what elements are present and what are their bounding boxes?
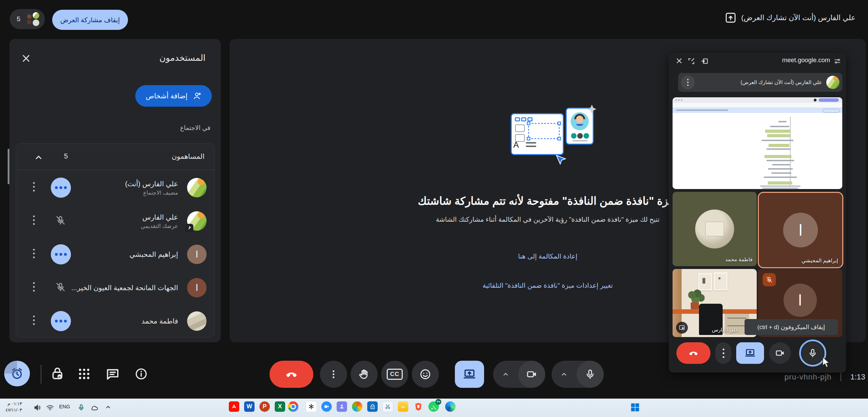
present-button-active[interactable] [455,361,484,388]
edge-icon[interactable] [444,400,457,413]
expand-pip-icon[interactable] [688,57,695,65]
divider [41,365,41,384]
meeting-code: pru-vhnh-pjh [785,373,832,382]
language-indicator[interactable]: ENG [59,404,70,409]
pip-self-row[interactable]: علي الفارس (أنت الآن تشارك العرض) [678,73,842,92]
volume-icon[interactable] [33,403,42,412]
timer-button[interactable] [4,361,30,386]
raise-hand-button[interactable] [351,361,378,388]
avatar [826,76,839,89]
copilot-icon[interactable] [351,400,363,413]
pip-leave-call-button[interactable] [676,342,710,364]
participant-row[interactable]: الجهات المانحة لجمعية العيون الخير... ا [16,271,214,304]
contributors-header[interactable]: المساهمون 5 [16,144,214,170]
more-options-button[interactable] [320,361,347,388]
mic-control[interactable] [552,361,604,388]
video-tile-fatima[interactable]: فاطمة محمد [673,192,757,266]
tray-mic-icon[interactable] [77,403,85,411]
clock-time: 1:13 [850,373,865,382]
chatgpt-icon[interactable] [305,400,318,413]
chrome-icon[interactable] [287,400,299,413]
camera-icon[interactable] [518,361,545,388]
speaking-indicator [51,178,71,198]
mic-options-chevron-icon[interactable] [552,370,577,378]
avatar: ا [187,278,207,297]
camera-options-chevron-icon[interactable] [493,370,518,378]
participant-menu-kebab-icon[interactable] [31,215,36,225]
pip-mic-button[interactable] [802,342,824,364]
tile-name: علي الفارس [712,327,739,333]
file-explorer-icon[interactable] [397,400,409,413]
avatar [187,311,207,331]
kebab-menu-icon[interactable] [681,75,695,89]
back-to-tab-icon[interactable] [701,57,708,65]
presenting-icon [725,12,737,24]
apps-grid-icon[interactable] [77,367,91,381]
avatar-letter: ا [783,284,817,317]
add-people-button[interactable]: إضافة أشخاص [135,85,212,107]
snipping-tool-icon[interactable] [381,400,394,413]
tile-name: إبراهيم المحبشي [802,257,838,264]
acrobat-icon[interactable] [228,400,240,413]
participant-name: فاطمة محمد [142,317,178,325]
tray-date: ٤٧/١١/٠٣ [6,407,22,413]
shared-screen-tile[interactable] [673,97,842,189]
microsoft-store-icon[interactable] [366,400,379,413]
participant-row[interactable]: علي الفارس (أنت)مضيف الاجتماع [16,171,214,204]
tune-settings-icon[interactable] [834,57,841,65]
brave-icon[interactable] [412,400,425,413]
participant-subtitle: عرضك التقديمي [140,223,178,229]
mic-off-badge-icon [763,273,776,286]
chat-icon[interactable] [105,366,120,382]
close-panel-icon[interactable] [21,54,31,63]
teams-icon[interactable] [336,400,348,413]
speaking-indicator [51,244,71,264]
pip-present-button-active[interactable] [736,342,764,364]
participant-row[interactable]: علي الفارسعرضك التقديمي [16,204,214,238]
stop-sharing-button[interactable]: إيقاف مشاركة العرض [52,10,128,30]
exit-pip-icon[interactable] [676,322,688,334]
whatsapp-icon[interactable]: ٣٩ [427,400,440,413]
participant-row[interactable]: فاطمة محمد [16,304,214,338]
participant-menu-kebab-icon[interactable] [31,182,36,191]
mic-icon[interactable] [577,361,604,388]
participants-count-pill[interactable]: 5 [10,9,45,29]
tray-chevron-icon[interactable] [104,403,112,411]
tray-clock[interactable]: ٠١:١٣ م ٤٧/١١/٠٣ [6,401,22,413]
word-icon[interactable]: W [243,400,256,413]
pip-more-options-button[interactable] [715,342,731,364]
video-tile-ali[interactable]: علي الفارس [673,269,757,337]
chevron-up-icon[interactable] [34,153,43,162]
info-icon[interactable] [134,367,148,381]
captions-button[interactable]: CC [381,361,408,388]
whatsapp-badge: ٣٩ [435,399,441,405]
avatar-letter: ا [187,278,207,297]
mic-tooltip: إيقاف الميكروفون (ctrl + d) [745,319,838,335]
leave-call-button[interactable] [270,361,313,388]
participant-avatars-cluster [25,12,39,26]
zoom-icon[interactable] [320,400,333,413]
participant-name: علي الفارس [142,213,178,221]
video-tile-ibrahim-speaking[interactable]: ا إبراهيم المحبشي [758,192,843,268]
pip-self-label: علي الفارس (أنت الآن تشارك العرض) [695,79,822,85]
participant-subtitle: مضيف الاجتماع [125,189,178,196]
pip-window[interactable]: meet.google.com علي الفارس (أنت الآن تشا… [669,53,846,373]
participant-menu-kebab-icon[interactable] [31,282,36,292]
reactions-button[interactable] [412,361,439,388]
participant-row[interactable]: إبراهيم المحبشي ا [16,238,214,271]
wifi-icon[interactable] [46,403,54,412]
participant-menu-kebab-icon[interactable] [31,316,36,325]
camera-control[interactable] [493,361,545,388]
excel-icon[interactable]: X [274,400,286,413]
powerpoint-icon[interactable]: P [258,400,271,413]
mini-browser-ribbon [673,108,842,113]
close-icon[interactable] [676,57,683,64]
windows-start-icon[interactable] [629,401,641,414]
pip-header: meet.google.com [669,53,846,69]
participant-name: إبراهيم المحبشي [129,251,178,258]
onedrive-cloud-icon[interactable] [90,403,99,412]
host-controls-lock-icon[interactable] [49,366,65,382]
panel-scrollbar[interactable] [8,149,9,184]
participant-menu-kebab-icon[interactable] [31,249,36,258]
pip-camera-button[interactable] [769,342,791,364]
